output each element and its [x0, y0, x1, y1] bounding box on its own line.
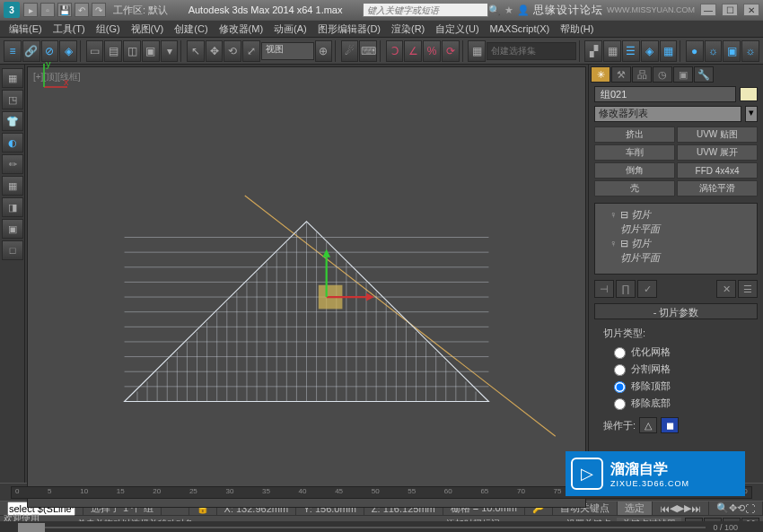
lt-tool-2[interactable]: ◳ — [2, 90, 23, 109]
params-header[interactable]: - 切片参数 — [594, 303, 758, 319]
material-icon[interactable]: ● — [686, 40, 704, 62]
menu-tools[interactable]: 工具(T) — [48, 21, 91, 38]
goto-end-icon[interactable]: ⏭ — [691, 503, 701, 514]
info-icon[interactable]: 🔍 — [488, 4, 501, 16]
tab-motion[interactable]: ◷ — [653, 66, 672, 83]
modifier-list-dd[interactable]: 修改器列表 — [594, 106, 741, 122]
lt-tool-4[interactable]: ◐ — [2, 133, 23, 153]
mod-uvwmap[interactable]: UVW 贴图 — [677, 126, 758, 143]
maximize-viewport-icon[interactable]: ⛶ — [745, 503, 755, 514]
config-icon[interactable]: ☰ — [738, 280, 758, 298]
time-slider[interactable]: 0 / 100 — [0, 521, 763, 532]
undo-btn[interactable]: ↶ — [75, 3, 89, 17]
viewport[interactable]: [+][顶][线框] — [27, 66, 586, 508]
menu-modifier[interactable]: 修改器(M) — [214, 21, 269, 38]
mod-lathe[interactable]: 车削 — [594, 144, 675, 161]
menu-render[interactable]: 渲染(R) — [386, 21, 430, 38]
unique-icon[interactable]: ✓ — [637, 280, 657, 298]
open-btn[interactable]: ▫ — [40, 3, 55, 17]
render-frame-icon[interactable]: ▣ — [723, 40, 741, 62]
app-title: Autodesk 3ds Max 2014 x64 1.max — [168, 4, 363, 15]
show-end-icon[interactable]: ∏ — [616, 280, 636, 298]
layer-icon[interactable]: ☰ — [622, 40, 640, 62]
render-setup-icon[interactable]: ☼ — [705, 40, 723, 62]
ribbon-icon[interactable]: ≡ — [4, 40, 22, 62]
remove-mod-icon[interactable]: ✕ — [716, 280, 736, 298]
menu-anim[interactable]: 动画(A) — [268, 21, 312, 38]
menu-custom[interactable]: 自定义(U) — [430, 21, 484, 38]
orbit-icon[interactable]: ⟲ — [737, 502, 745, 514]
lt-tool-5[interactable]: ✏ — [2, 154, 23, 174]
maximize-btn[interactable]: ☐ — [722, 4, 738, 16]
tick: 40 — [299, 487, 307, 498]
pin-stack-icon[interactable]: ⊣ — [594, 280, 614, 298]
op-face-icon[interactable]: △ — [639, 417, 657, 433]
mod-extrude[interactable]: 挤出 — [594, 126, 675, 143]
object-color-swatch[interactable] — [740, 87, 758, 101]
play-icon[interactable]: ▶ — [677, 502, 684, 514]
lt-tool-1[interactable]: ▦ — [2, 68, 23, 88]
panel-tabs: ✳ ⚒ 品 ◷ ▣ 🔧 — [589, 65, 763, 84]
lt-tool-7[interactable]: ◨ — [2, 197, 23, 217]
help-search-input[interactable] — [363, 3, 488, 17]
mod-bevel[interactable]: 倒角 — [594, 162, 675, 179]
selected-btn[interactable]: 选定 — [618, 501, 653, 515]
op-poly-icon[interactable]: ◼ — [661, 417, 679, 433]
tab-hierarchy[interactable]: 品 — [632, 66, 652, 83]
goto-start-icon[interactable]: ⏮ — [660, 503, 670, 514]
next-frame-icon[interactable]: ▶ — [684, 502, 691, 514]
lt-tool-3[interactable]: 👕 — [2, 111, 23, 131]
lt-tool-6[interactable]: ▦ — [2, 176, 23, 196]
tick: 30 — [225, 487, 233, 498]
opt-remove-bottom[interactable]: 移除底部 — [603, 395, 749, 412]
tab-display[interactable]: ▣ — [673, 66, 693, 83]
title-bar: 3 ▸ ▫ 💾 ↶ ↷ 工作区: 默认 Autodesk 3ds Max 201… — [0, 0, 763, 20]
menu-view[interactable]: 视图(V) — [126, 21, 170, 38]
named-sel-dd[interactable] — [487, 42, 576, 60]
coord-sys-dd[interactable]: 视图 — [261, 42, 314, 60]
tick: 60 — [444, 487, 452, 498]
zoom-icon[interactable]: 🔍 — [716, 502, 729, 514]
minimize-btn[interactable]: — — [700, 4, 716, 16]
save-btn[interactable]: 💾 — [57, 3, 72, 17]
opt-split[interactable]: 分割网格 — [603, 361, 749, 378]
close-btn[interactable]: ✕ — [743, 4, 759, 16]
new-btn[interactable]: ▸ — [23, 3, 38, 17]
modifier-stack[interactable]: ♀⊟ 切片 切片平面 ♀⊟ 切片 切片平面 — [594, 203, 758, 275]
menu-group[interactable]: 组(G) — [91, 21, 126, 38]
user-icon[interactable]: 👤 — [517, 4, 530, 16]
menu-help[interactable]: 帮助(H) — [555, 21, 599, 38]
render-icon[interactable]: ☼ — [741, 40, 759, 62]
lt-tool-8[interactable]: ▣ — [2, 219, 23, 239]
tick: 15 — [117, 487, 125, 498]
mod-shell[interactable]: 壳 — [594, 180, 675, 196]
menu-maxscript[interactable]: MAXScript(X) — [485, 22, 556, 36]
star-icon[interactable]: ★ — [504, 4, 513, 16]
prev-frame-icon[interactable]: ◀ — [670, 502, 677, 514]
tab-utilities[interactable]: 🔧 — [694, 66, 714, 83]
menu-create[interactable]: 创建(C) — [169, 21, 213, 38]
menu-edit[interactable]: 编辑(E) — [4, 21, 48, 38]
mod-ffd[interactable]: FFD 4x4x4 — [677, 162, 758, 179]
mod-dd-arrow-icon[interactable]: ▾ — [745, 106, 758, 122]
opt-remove-top[interactable]: 移除顶部 — [603, 378, 749, 395]
workspace-label[interactable]: 工作区: 默认 — [113, 4, 168, 17]
tick: 45 — [335, 487, 343, 498]
menu-bar: 编辑(E) 工具(T) 组(G) 视图(V) 创建(C) 修改器(M) 动画(A… — [0, 20, 763, 38]
tab-modify[interactable]: ⚒ — [611, 66, 631, 83]
operate-on-label: 操作于: — [603, 419, 636, 432]
lt-tool-9[interactable]: □ — [2, 240, 23, 260]
command-panel: ✳ ⚒ 品 ◷ ▣ 🔧 修改器列表 ▾ 挤出 UVW 贴图 车削 UVW 展开 … — [588, 65, 763, 483]
object-name-input[interactable] — [594, 86, 736, 102]
mod-uvwunwrap[interactable]: UVW 展开 — [677, 144, 758, 161]
opt-optimize[interactable]: 优化网格 — [603, 344, 749, 361]
mod-turbosmooth[interactable]: 涡轮平滑 — [677, 180, 758, 196]
align-icon[interactable]: ▦ — [603, 40, 621, 62]
curve-editor-icon[interactable]: ◈ — [641, 40, 659, 62]
main-area: ▦ ◳ 👕 ◐ ✏ ▦ ◨ ▣ □ [+][顶][线框] — [0, 65, 763, 483]
redo-btn[interactable]: ↷ — [92, 3, 106, 17]
schematic-icon[interactable]: ▦ — [660, 40, 678, 62]
tab-create[interactable]: ✳ — [591, 66, 610, 83]
pan-icon[interactable]: ✥ — [729, 502, 737, 514]
menu-graph[interactable]: 图形编辑器(D) — [312, 21, 386, 38]
